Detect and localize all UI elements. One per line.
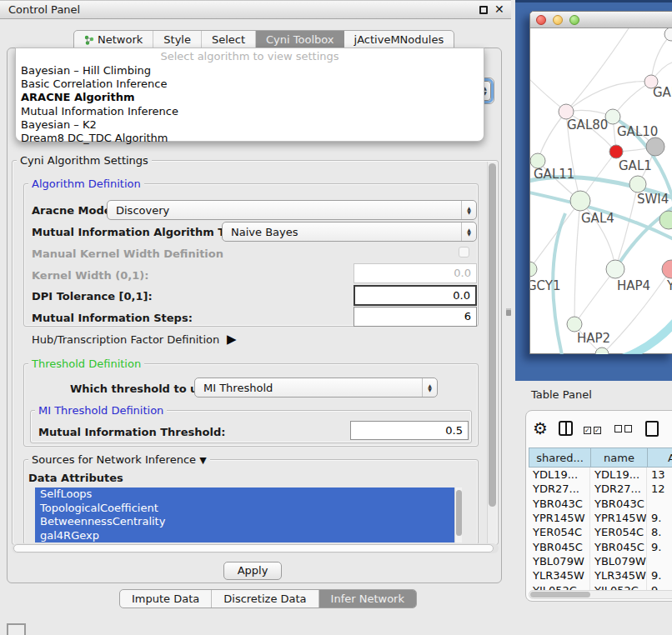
close-icon[interactable]: ✕ [494, 2, 504, 16]
aracne-mode-combo[interactable]: Discovery ▲▼ [107, 200, 477, 220]
threshold-definition-title: Threshold Definition [28, 358, 144, 370]
algorithm-option[interactable]: Mutual Information Inference [16, 105, 484, 118]
tab-label: Cyni Toolbox [266, 33, 334, 46]
tab-infer-network[interactable]: Infer Network [319, 590, 416, 608]
attribute-item[interactable]: gal4RGexp [35, 529, 454, 543]
column-header: shared... [529, 448, 590, 468]
network-node-gal4[interactable] [570, 191, 590, 211]
show-columns-icon[interactable]: ✓✓ [584, 422, 604, 435]
network-node[interactable] [659, 211, 672, 229]
which-threshold-combo[interactable]: MI Threshold ▲▼ [194, 378, 438, 398]
float-window-icon[interactable] [479, 6, 488, 14]
close-traffic-light[interactable] [536, 15, 546, 25]
tab-label: jActiveMNodules [354, 33, 444, 46]
algorithm-dropdown-popup: Select algorithm to view settings Bayesi… [15, 48, 484, 142]
network-node-y[interactable] [662, 260, 672, 278]
mi-steps-field[interactable]: 6 [354, 307, 477, 327]
network-node-gal1[interactable] [609, 145, 623, 158]
table-row[interactable]: YDL19...YDL19...13 [529, 468, 672, 482]
aracne-mode-label: Aracne Mode: [32, 204, 116, 217]
mi-type-combo[interactable]: Naive Bayes ▲▼ [222, 222, 477, 242]
algorithm-option[interactable]: Basic Correlation Inference [16, 78, 484, 91]
zoom-traffic-light[interactable] [569, 15, 579, 25]
table-cell: YIL052C [529, 582, 590, 590]
attr-list-vscrollbar[interactable] [454, 488, 462, 542]
node-label: GCY1 [530, 278, 561, 293]
attribute-item[interactable]: BetweennessCentrality [35, 515, 454, 529]
network-node-hap4[interactable] [606, 260, 624, 278]
desktop-top-edge [515, 0, 672, 2]
apply-button[interactable]: Apply [223, 562, 282, 580]
document-icon[interactable] [645, 421, 659, 437]
dpi-tolerance-field[interactable]: 0.0 [354, 285, 477, 306]
data-attributes-list[interactable]: SelfLoopsTopologicalCoefficientBetweenne… [35, 488, 454, 542]
table-cell: YIL052C [590, 582, 647, 590]
algorithm-option[interactable]: ARACNE Algorithm [16, 91, 484, 104]
tab-style[interactable]: Style [153, 31, 202, 48]
hide-columns-icon[interactable] [614, 422, 634, 435]
table-row[interactable]: YPR145WYPR145W9. [529, 511, 672, 525]
network-node[interactable] [646, 138, 664, 156]
table-cell: 9. [647, 568, 672, 582]
table-cell: 9. [647, 539, 672, 553]
tab-select[interactable]: Select [202, 31, 256, 48]
table-card: ⚙ ✓✓ shared... name A YDL19...YDL19...13… [525, 410, 672, 602]
collapse-arrow-icon[interactable]: ▼ [199, 455, 206, 466]
network-node[interactable] [664, 28, 672, 41]
network-icon [84, 35, 94, 45]
network-node-swi4[interactable] [629, 176, 646, 192]
settings-vscrollbar[interactable] [487, 162, 497, 543]
mi-threshold-group-title: MI Threshold Definition [35, 404, 167, 417]
table-header-row[interactable]: shared... name A [529, 448, 672, 468]
tab-network[interactable]: Network [74, 31, 153, 48]
control-panel-title: Control Panel [8, 3, 80, 16]
table-row[interactable]: YER054CYER054C8. [529, 525, 672, 539]
tab-jactivemnodules[interactable]: jActiveMNodules [344, 31, 454, 48]
table-panel: Table Panel ⚙ ✓✓ shared... name A YDL19.… [515, 381, 672, 635]
algorithm-option[interactable]: Bayesian – K2 [16, 118, 484, 132]
mi-threshold-field[interactable]: 0.5 [350, 421, 469, 440]
settings-hscrollbar[interactable] [12, 543, 499, 553]
table-cell: 13 [647, 468, 672, 482]
table-cell: YBR045C [529, 539, 590, 553]
minimize-traffic-light[interactable] [553, 15, 563, 25]
table-cell: YDR27... [529, 482, 590, 496]
table-hscrollbar[interactable] [529, 590, 672, 599]
algorithm-option[interactable]: Bayesian – Hill Climbing [16, 64, 484, 78]
network-node-hap2[interactable] [567, 317, 582, 332]
network-canvas[interactable]: GALGAL80GAL10GAL1GAL11SWI4GAL4GCY1HAP4YH… [530, 28, 672, 354]
table-cell: YBL079W [590, 554, 647, 568]
node-table[interactable]: shared... name A YDL19...YDL19...13YDR27… [529, 448, 672, 590]
network-node-labels: GALGAL80GAL10GAL1GAL11SWI4GAL4GCY1HAP4YH… [530, 85, 672, 346]
tab-impute-data[interactable]: Impute Data [120, 590, 212, 608]
minimized-panel-icon[interactable] [7, 623, 26, 635]
table-row[interactable]: YBL079WYBL079W [529, 554, 672, 568]
node-label: HAP4 [617, 278, 650, 293]
tab-cyni-toolbox[interactable]: Cyni Toolbox [256, 31, 344, 48]
table-cell: YER054C [529, 525, 590, 539]
gear-icon[interactable]: ⚙ [533, 420, 548, 437]
tab-label: Style [163, 33, 191, 46]
table-row[interactable]: YDR27...YDR27...12 [529, 482, 672, 496]
table-row[interactable]: YLR345WYLR345W9. [529, 568, 672, 582]
table-cell: YER054C [590, 525, 647, 539]
tab-discretize-data[interactable]: Discretize Data [212, 590, 318, 608]
expand-arrow-icon[interactable]: ▶ [227, 332, 237, 347]
attribute-item[interactable]: TopologicalCoefficient [35, 502, 454, 516]
table-cell: YLR345W [529, 568, 590, 582]
table-row[interactable]: YBR043CYBR043C [529, 497, 672, 511]
table-row[interactable]: YIL052CYIL052C9 [529, 582, 672, 590]
panel-divider-grip[interactable] [506, 308, 511, 316]
attribute-item[interactable]: SelfLoops [35, 488, 454, 502]
network-window-titlebar[interactable] [530, 12, 672, 28]
algorithm-option[interactable]: Dream8 DC_TDC Algorithm [16, 132, 484, 145]
network-node[interactable] [595, 348, 609, 354]
dpi-tolerance-label: DPI Tolerance [0,1]: [32, 290, 153, 302]
table-row[interactable]: YBR045CYBR045C9. [529, 539, 672, 553]
network-node-gcy1[interactable] [530, 262, 537, 277]
manual-kernel-checkbox[interactable] [459, 247, 469, 258]
column-header: A [647, 448, 672, 468]
node-label: GAL1 [619, 158, 652, 173]
columns-icon[interactable] [559, 421, 573, 436]
network-view-window: GALGAL80GAL10GAL1GAL11SWI4GAL4GCY1HAP4YH… [529, 11, 672, 354]
